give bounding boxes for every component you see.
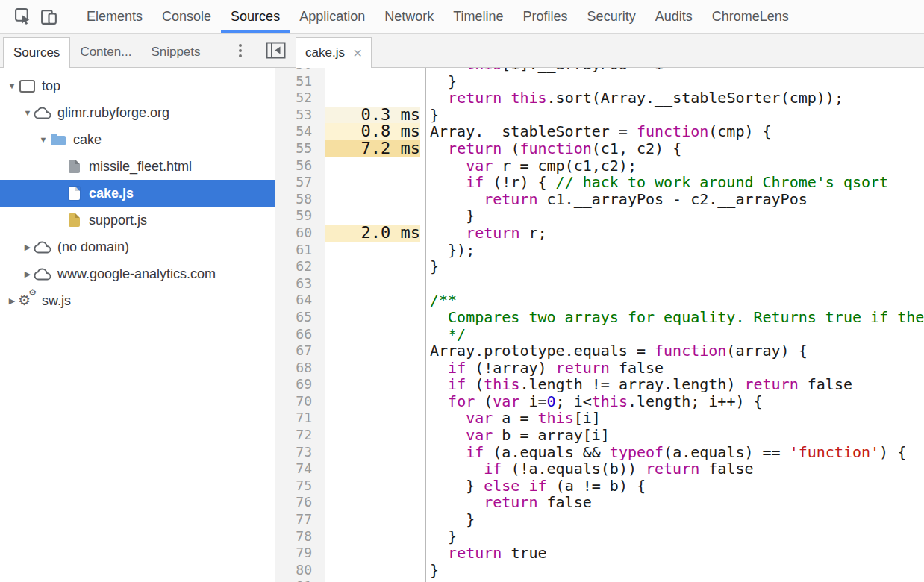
code-line[interactable]: return c1.__arrayPos - c2.__arrayPos	[430, 191, 924, 208]
tree-item-top[interactable]: ▼top	[0, 72, 275, 99]
tree-item-label: sw.js	[42, 293, 71, 309]
code-line[interactable]	[430, 275, 924, 292]
code-line[interactable]: } else if (a != b) {	[430, 478, 924, 495]
line-number[interactable]: 81	[275, 578, 312, 582]
tree-item-www.googleanalytics.com[interactable]: ▶www.google-analytics.com	[0, 260, 275, 287]
line-number[interactable]: 73	[275, 444, 312, 461]
code-line[interactable]: Array.prototype.equals = function(array)…	[430, 342, 924, 360]
code-line[interactable]: return (function(c1, c2) {	[430, 140, 924, 157]
code-line[interactable]: if (a.equals && typeof(a.equals) == 'fun…	[430, 444, 924, 461]
code-line[interactable]: var a = this[i]	[430, 410, 924, 427]
navigator-tab-snippets[interactable]: Snippets	[141, 37, 210, 67]
line-number[interactable]: 72	[275, 427, 312, 444]
code-line[interactable]: return this.sort(Array.__stableSorter(cm…	[430, 90, 924, 107]
main-tab-timeline[interactable]: Timeline	[443, 0, 513, 33]
line-number[interactable]: 61	[275, 242, 312, 259]
code-line[interactable]: return r;	[430, 225, 924, 242]
line-number[interactable]: 70	[275, 393, 312, 410]
line-number[interactable]: 57	[275, 174, 312, 191]
line-number[interactable]: 54	[275, 123, 312, 140]
code-line[interactable]: */	[430, 326, 924, 343]
tree-item-cake[interactable]: ▼cake	[0, 126, 275, 153]
line-number[interactable]: 53	[275, 107, 312, 124]
tree-item-sw.js[interactable]: ▶⚙⚙sw.js	[0, 287, 275, 314]
code-line[interactable]: return true	[430, 545, 924, 562]
line-number[interactable]: 79	[275, 545, 312, 562]
main-tab-chromelens[interactable]: ChromeLens	[702, 0, 799, 33]
line-number[interactable]: 77	[275, 511, 312, 528]
line-number[interactable]: 63	[275, 275, 312, 292]
line-number[interactable]: 74	[275, 460, 312, 478]
line-number[interactable]: 71	[275, 410, 312, 427]
line-number[interactable]: 52	[275, 90, 312, 107]
vertical-dots-icon[interactable]	[236, 41, 245, 60]
main-tab-network[interactable]: Network	[375, 0, 443, 33]
main-tab-console[interactable]: Console	[152, 0, 221, 33]
code-line[interactable]: if (this.length != array.length) return …	[430, 376, 924, 393]
code-token: (cmp) {	[708, 122, 771, 140]
code-line[interactable]: }	[430, 511, 924, 528]
line-number[interactable]: 80	[275, 562, 312, 579]
main-tab-profiles[interactable]: Profiles	[513, 0, 578, 33]
code-line[interactable]: if (!array) return false	[430, 360, 924, 377]
line-number[interactable]: 76	[275, 494, 312, 511]
code-line[interactable]: Array.__stableSorter = function(cmp) {	[430, 123, 924, 140]
expander-arrow-icon[interactable]: ▼	[37, 135, 49, 144]
tree-item-missile_fleet.html[interactable]: missile_fleet.html	[0, 153, 275, 180]
code-line[interactable]: }	[430, 207, 924, 225]
line-number[interactable]: 59	[275, 207, 312, 225]
expander-arrow-icon[interactable]: ▼	[6, 81, 18, 90]
line-number[interactable]: 50	[275, 68, 312, 73]
line-number[interactable]: 62	[275, 258, 312, 275]
tree-item-support.js[interactable]: support.js	[0, 207, 275, 234]
device-toolbar-icon[interactable]	[36, 4, 61, 29]
expander-arrow-icon[interactable]: ▶	[22, 269, 34, 279]
code-line[interactable]: this[i].__arrayPos = i	[430, 68, 924, 73]
expander-arrow-icon[interactable]: ▼	[22, 108, 34, 117]
line-number[interactable]: 55	[275, 140, 312, 157]
line-number[interactable]: 78	[275, 528, 312, 545]
code-line[interactable]: });	[430, 242, 924, 259]
code-line[interactable]: }	[430, 73, 924, 90]
line-number[interactable]: 51	[275, 73, 312, 90]
line-number[interactable]: 67	[275, 342, 312, 360]
editor-tab-cakejs[interactable]: cake.js×	[296, 37, 372, 68]
main-tab-application[interactable]: Application	[290, 0, 375, 33]
tree-item-nodomain[interactable]: ▶(no domain)	[0, 234, 275, 260]
code-line[interactable]: }	[430, 258, 924, 275]
code-line[interactable]: }	[430, 528, 924, 545]
navigator-tab-sources[interactable]: Sources	[3, 37, 70, 68]
line-number[interactable]: 68	[275, 360, 312, 377]
line-number[interactable]: 75	[275, 478, 312, 495]
expander-arrow-icon[interactable]: ▶	[22, 242, 34, 252]
code-line[interactable]: /**	[430, 292, 924, 309]
main-tab-audits[interactable]: Audits	[646, 0, 702, 33]
main-tab-sources[interactable]: Sources	[221, 0, 290, 33]
line-number[interactable]: 65	[275, 309, 312, 326]
code-line[interactable]: }	[430, 107, 924, 124]
code-line[interactable]: return false	[430, 494, 924, 511]
line-number[interactable]: 69	[275, 376, 312, 393]
tree-item-cake.js[interactable]: cake.js	[0, 180, 275, 207]
code-line[interactable]: Compares two arrays for equality. Return…	[430, 309, 924, 326]
navigator-tab-conten[interactable]: Conten...	[70, 37, 141, 67]
navigator-toggle-icon[interactable]	[266, 42, 286, 59]
inspect-icon[interactable]	[10, 4, 36, 29]
line-number[interactable]: 64	[275, 292, 312, 309]
expander-arrow-icon[interactable]: ▶	[6, 296, 18, 306]
main-tab-elements[interactable]: Elements	[77, 0, 152, 33]
line-number[interactable]: 60	[275, 225, 312, 242]
code-line[interactable]	[430, 578, 924, 582]
code-line[interactable]: if (!a.equals(b)) return false	[430, 460, 924, 478]
line-number[interactable]: 58	[275, 191, 312, 208]
close-icon[interactable]: ×	[353, 48, 362, 58]
code-line[interactable]: if (!r) { // hack to work around Chrome'…	[430, 174, 924, 191]
main-tab-security[interactable]: Security	[578, 0, 646, 33]
code-line[interactable]: var b = array[i]	[430, 427, 924, 444]
tree-item-glimr.rubyforge.org[interactable]: ▼glimr.rubyforge.org	[0, 99, 275, 126]
line-number[interactable]: 56	[275, 157, 312, 175]
code-line[interactable]: for (var i=0; i<this.length; i++) {	[430, 393, 924, 410]
line-number[interactable]: 66	[275, 326, 312, 343]
code-line[interactable]: var r = cmp(c1,c2);	[430, 157, 924, 175]
code-line[interactable]: }	[430, 562, 924, 579]
